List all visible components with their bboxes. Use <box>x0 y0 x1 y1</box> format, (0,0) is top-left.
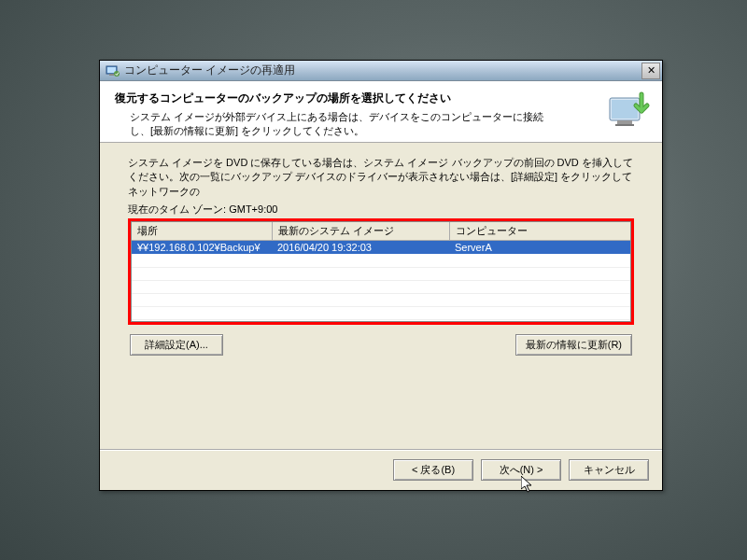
svg-rect-5 <box>612 100 638 119</box>
table-row-empty <box>132 254 630 267</box>
app-icon <box>106 63 120 78</box>
reimage-dialog: コンピューター イメージの再適用 ✕ 復元するコンピューターのバックアップの場所… <box>99 60 663 491</box>
col-computer[interactable]: コンピューター <box>449 222 630 241</box>
highlight-box: 場所 最新のシステム イメージ コンピューター ¥¥192.168.0.102¥… <box>128 218 634 325</box>
cell-location: ¥¥192.168.0.102¥Backup¥ <box>132 241 272 255</box>
back-button[interactable]: < 戻る(B) <box>393 459 473 481</box>
refresh-button[interactable]: 最新の情報に更新(R) <box>515 334 632 356</box>
wizard-footer: < 戻る(B) 次へ(N) > キャンセル <box>393 459 649 481</box>
backup-icon <box>606 91 651 135</box>
close-button[interactable]: ✕ <box>641 63 660 79</box>
svg-rect-6 <box>617 120 632 124</box>
advanced-button[interactable]: 詳細設定(A)... <box>130 334 223 356</box>
wizard-header: 復元するコンピューターのバックアップの場所を選択してください システム イメージ… <box>100 81 662 143</box>
cancel-button[interactable]: キャンセル <box>569 459 649 481</box>
col-latest-image[interactable]: 最新のシステム イメージ <box>272 222 449 241</box>
table-row-empty <box>132 293 630 306</box>
cell-computer: ServerA <box>449 241 630 255</box>
backup-list: 場所 最新のシステム イメージ コンピューター ¥¥192.168.0.102¥… <box>131 221 631 322</box>
table-row-empty <box>132 306 630 319</box>
cell-latest: 2016/04/20 19:32:03 <box>272 241 449 255</box>
titlebar[interactable]: コンピューター イメージの再適用 ✕ <box>100 61 662 81</box>
table-row-empty <box>132 280 630 293</box>
header-description: システム イメージが外部デバイス上にある場合は、デバイスをこのコンピューターに接… <box>115 110 554 139</box>
svg-rect-7 <box>615 124 634 126</box>
next-button[interactable]: 次へ(N) > <box>481 459 561 481</box>
svg-rect-1 <box>107 67 116 73</box>
mid-button-row: 詳細設定(A)... 最新の情報に更新(R) <box>128 334 634 356</box>
table-row-empty <box>132 267 630 280</box>
svg-rect-2 <box>109 74 114 76</box>
table-row[interactable]: ¥¥192.168.0.102¥Backup¥ 2016/04/20 19:32… <box>132 241 630 255</box>
content-description: システム イメージを DVD に保存している場合は、システム イメージ バックア… <box>128 156 634 199</box>
footer-separator <box>100 449 662 451</box>
titlebar-title: コンピューター イメージの再適用 <box>124 63 641 78</box>
wizard-content: システム イメージを DVD に保存している場合は、システム イメージ バックア… <box>100 143 662 356</box>
timezone-label: 現在のタイム ゾーン: GMT+9:00 <box>128 203 634 217</box>
table-header-row: 場所 最新のシステム イメージ コンピューター <box>132 222 630 241</box>
header-title: 復元するコンピューターのバックアップの場所を選択してください <box>115 91 647 106</box>
col-location[interactable]: 場所 <box>132 222 272 241</box>
